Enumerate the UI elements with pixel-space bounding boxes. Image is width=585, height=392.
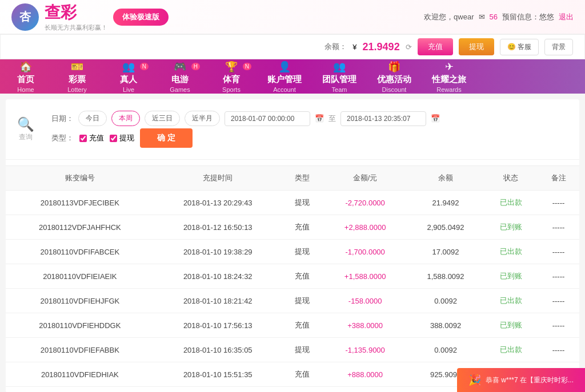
cell-balance: 1,588.0092 bbox=[407, 264, 484, 289]
cell-id: 20180110VDFIEHDDGK bbox=[6, 313, 154, 338]
nav-item-live[interactable]: N 👥 真人 Live bbox=[103, 59, 154, 94]
cell-type: 充值 bbox=[282, 362, 323, 387]
table-row: 20180110VDFIEHJFGK 2018-01-10 18:21:42 提… bbox=[6, 289, 579, 313]
cell-time: 2018-01-12 16:50:13 bbox=[154, 215, 282, 240]
logout-link[interactable]: 退出 bbox=[559, 12, 574, 22]
cell-amount: -1,135.9000 bbox=[323, 338, 407, 362]
notification-text: 恭喜 w***7 在【重庆时时彩... bbox=[486, 375, 574, 385]
col-amount: 金额/元 bbox=[323, 166, 407, 191]
nav-item-lottery[interactable]: 🎫 彩票 Lottery bbox=[51, 59, 103, 94]
balance-bar: 余额： ¥ 21.9492 ⟳ 充值 提现 😊 客服 背景 bbox=[0, 34, 585, 59]
cell-time: 2018-01-10 17:56:13 bbox=[154, 313, 282, 338]
nav-item-discount[interactable]: 🎁 优惠活动 Discount bbox=[367, 59, 422, 94]
cell-time: 2018-01-10 18:21:42 bbox=[154, 289, 282, 313]
bg-button[interactable]: 背景 bbox=[544, 39, 573, 55]
charge-button[interactable]: 充值 bbox=[418, 38, 453, 55]
date-from-input[interactable] bbox=[225, 111, 310, 126]
cell-status[interactable]: 已到账 bbox=[484, 313, 538, 338]
cell-status[interactable]: 已出款 bbox=[484, 191, 538, 215]
table-row: 20180110VDFIFABCEK 2018-01-10 19:38:29 提… bbox=[6, 240, 579, 264]
nav-label-en: Games bbox=[170, 86, 190, 93]
cell-amount: +388.0000 bbox=[323, 313, 407, 338]
withdraw-label: 提现 bbox=[119, 133, 134, 143]
col-type: 类型 bbox=[282, 166, 323, 191]
nav-label-en: Home bbox=[17, 86, 34, 93]
today-btn[interactable]: 今日 bbox=[78, 111, 107, 126]
date-label: 日期： bbox=[51, 114, 74, 124]
nav-label-en: Lottery bbox=[67, 86, 87, 93]
service-button[interactable]: 😊 客服 bbox=[500, 39, 539, 55]
cell-status[interactable]: 已出款 bbox=[484, 338, 538, 362]
table-header-row: 账变编号 充提时间 类型 金额/元 余额 状态 备注 bbox=[6, 166, 579, 191]
cell-status[interactable]: 已到账 bbox=[484, 264, 538, 289]
col-note: 备注 bbox=[538, 166, 579, 191]
reserve-text: 预留信息：悠悠 bbox=[502, 12, 554, 22]
type-charge-checkbox[interactable]: 充值 bbox=[79, 133, 104, 143]
search-icon: 🔍 bbox=[17, 116, 34, 132]
date-to-input[interactable] bbox=[340, 111, 426, 126]
withdraw-button[interactable]: 提现 bbox=[459, 38, 494, 55]
lottery-icon: 🎫 bbox=[71, 60, 83, 73]
cell-note: ----- bbox=[538, 191, 579, 215]
nav-item-rewards[interactable]: ✈ 性耀之旅 Rewards bbox=[422, 59, 476, 94]
cell-amount: +2,888.0000 bbox=[323, 215, 407, 240]
cell-balance: 388.0092 bbox=[407, 313, 484, 338]
this-week-btn[interactable]: 本周 bbox=[111, 111, 140, 126]
balance-refresh-icon[interactable]: ⟳ bbox=[406, 43, 412, 51]
col-time: 充提时间 bbox=[154, 166, 282, 191]
charge-check[interactable] bbox=[79, 135, 87, 142]
cell-status[interactable]: 已出款 bbox=[484, 240, 538, 264]
nav-label-zh: 彩票 bbox=[69, 74, 86, 85]
cell-amount: -158.0000 bbox=[323, 289, 407, 313]
cell-note: ----- bbox=[538, 289, 579, 313]
type-withdraw-checkbox[interactable]: 提现 bbox=[110, 133, 134, 143]
live-badge: N bbox=[140, 63, 149, 70]
table-body: 20180113VDFJECIBEK 2018-01-13 20:29:43 提… bbox=[6, 191, 579, 387]
filter-area: 🔍 查询 日期： 今日 本周 近三日 近半月 📅 至 📅 类型： bbox=[6, 99, 579, 160]
table-row: 20180110VDFIEFABBK 2018-01-10 16:35:05 提… bbox=[6, 338, 579, 362]
cell-status[interactable]: 已到账 bbox=[484, 215, 538, 240]
nav-label-zh: 优惠活动 bbox=[377, 74, 411, 85]
nav-label-zh: 首页 bbox=[17, 74, 34, 85]
cell-status[interactable]: 已出款 bbox=[484, 289, 538, 313]
cell-type: 提现 bbox=[282, 338, 323, 362]
notification-icon: 🎉 bbox=[468, 374, 481, 386]
logo-icon: 杏 bbox=[19, 9, 31, 25]
last-three-btn[interactable]: 近三日 bbox=[145, 111, 180, 126]
main-content: 🔍 查询 日期： 今日 本周 近三日 近半月 📅 至 📅 类型： bbox=[6, 99, 579, 392]
discount-icon: 🎁 bbox=[388, 60, 400, 73]
nav-item-games[interactable]: H 🎮 电游 Games bbox=[154, 59, 206, 94]
sports-icon: 🏆 bbox=[225, 60, 238, 73]
header-right: 欢迎您，qwear ✉ 56 预留信息：悠悠 退出 bbox=[424, 12, 574, 22]
cell-note: ----- bbox=[538, 240, 579, 264]
notification-bar: 🎉 恭喜 w***7 在【重庆时时彩... bbox=[457, 368, 585, 392]
cell-amount: -2,720.0000 bbox=[323, 191, 407, 215]
team-icon: 👥 bbox=[333, 60, 346, 73]
cell-id: 20180110VDFIFABCEK bbox=[6, 240, 154, 264]
cell-note: ----- bbox=[538, 264, 579, 289]
nav-item-sports[interactable]: N 🏆 体育 Sports bbox=[206, 59, 257, 94]
table-row: 20180113VDFJECIBEK 2018-01-13 20:29:43 提… bbox=[6, 191, 579, 215]
vip-badge[interactable]: 体验极速版 bbox=[113, 9, 169, 26]
nav-label-en: Sports bbox=[222, 86, 241, 93]
cell-balance: 21.9492 bbox=[407, 191, 484, 215]
confirm-button[interactable]: 确 定 bbox=[140, 128, 193, 148]
last-half-btn[interactable]: 近半月 bbox=[185, 111, 220, 126]
nav-label-zh: 性耀之旅 bbox=[432, 74, 466, 85]
nav-label-zh: 电游 bbox=[171, 74, 189, 85]
col-balance: 余额 bbox=[407, 166, 484, 191]
cell-id: 20180110VDFIEDHIAK bbox=[6, 362, 154, 387]
nav-label-zh: 真人 bbox=[120, 74, 137, 85]
nav-item-account[interactable]: 👤 账户管理 Account bbox=[257, 59, 312, 94]
cell-note: ----- bbox=[538, 215, 579, 240]
nav-label-en: Rewards bbox=[436, 86, 461, 93]
cell-type: 充值 bbox=[282, 313, 323, 338]
calendar-icon-from[interactable]: 📅 bbox=[315, 114, 324, 123]
mail-count-link[interactable]: 56 bbox=[490, 13, 498, 21]
filter-controls: 日期： 今日 本周 近三日 近半月 📅 至 📅 类型： 充值 bbox=[51, 111, 568, 148]
calendar-icon-to[interactable]: 📅 bbox=[431, 114, 440, 123]
nav-item-team[interactable]: 👥 团队管理 Team bbox=[312, 59, 367, 94]
nav-item-home[interactable]: 🏠 首页 Home bbox=[0, 59, 51, 94]
table-row: 20180112VDFJAHFHCK 2018-01-12 16:50:13 充… bbox=[6, 215, 579, 240]
withdraw-check[interactable] bbox=[110, 135, 117, 142]
